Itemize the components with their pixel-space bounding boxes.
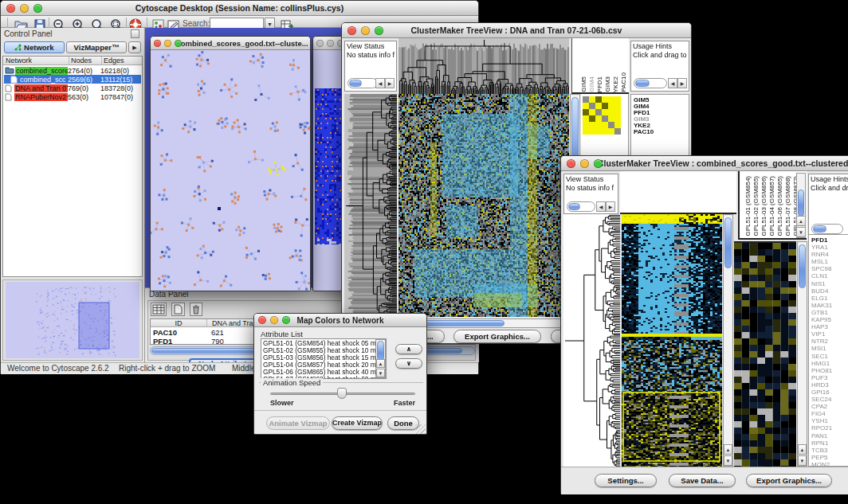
tab-overflow-arrow[interactable]: ▶ [128, 41, 141, 53]
search-input[interactable] [210, 18, 264, 29]
scroll-up-icon[interactable]: ▲ [376, 359, 385, 368]
attribute-list-item[interactable]: GPL51-03 (GSM856) heat shock 15 min [263, 354, 384, 361]
tv2-gene-item[interactable]: CLN1 [811, 272, 848, 279]
tv2-save-data-button[interactable]: Save Data... [669, 474, 736, 487]
tv2-gene-list[interactable]: PFD1YRA1RNR4MSL1SPC98CLN1NIS1BUD4ELG1MAK… [808, 234, 848, 467]
tv2-gene-item[interactable]: PHO81 [811, 367, 848, 374]
tv1-status-scrollbar[interactable] [347, 78, 378, 88]
done-button[interactable]: Done [387, 416, 419, 430]
col-header-edges[interactable]: Edges [101, 57, 142, 65]
scroll-right-icon[interactable]: ▶ [677, 78, 687, 88]
network-row-combined-sco[interactable]: combined_sco 2569(6) 13112(15) [4, 75, 141, 84]
tv2-settings-button[interactable]: Settings... [595, 474, 657, 487]
tv2-gene-item[interactable]: MON2 [811, 461, 848, 467]
close-button[interactable] [6, 4, 15, 13]
tv2-gene-item[interactable]: MAK31 [811, 302, 848, 309]
col-header-network[interactable]: Network [3, 57, 69, 65]
move-up-button[interactable]: ∧ [395, 344, 422, 354]
scroll-right-icon[interactable]: ▶ [606, 201, 615, 212]
main-titlebar[interactable]: Cytoscape Desktop (Session Name: collins… [1, 1, 478, 16]
trash-icon[interactable] [190, 303, 202, 316]
tv2-gene-item[interactable]: GPI16 [811, 389, 848, 396]
tv1-gene-item[interactable]: GIM3 [634, 116, 689, 123]
tv2-gene-item[interactable]: HRD3 [811, 381, 848, 389]
attribute-list-scrollbar[interactable]: ▲ ▼ [375, 339, 386, 378]
data-col-id[interactable]: ID [151, 319, 206, 327]
tv2-heatmap-canvas[interactable] [622, 214, 722, 467]
tv2-gene-item[interactable]: SEC24 [811, 396, 848, 403]
tv2-gene-item[interactable]: RPO21 [811, 424, 848, 432]
tv2-column-tree-area[interactable] [620, 171, 736, 214]
attribute-list-item[interactable]: GPL51-06 (GSM865) heat shock 40 min [263, 369, 384, 376]
attribute-list-item[interactable]: GPL51-02 (GSM855) heat shock 10 min [263, 347, 384, 354]
col-header-nodes[interactable]: Nodes [69, 57, 101, 65]
tv2-gene-item[interactable]: SEC1 [811, 353, 848, 360]
tv2-gene-item[interactable]: FIG4 [811, 410, 848, 417]
treeview2-titlebar[interactable]: ClusterMaker TreeView : combined_scores_… [561, 156, 848, 171]
minimize-button[interactable] [270, 316, 278, 324]
tv1-heatmap-canvas[interactable] [398, 94, 569, 317]
tv2-submatrix-canvas[interactable] [734, 241, 796, 468]
tv2-gene-item[interactable]: YRA1 [811, 244, 848, 251]
tv2-gene-item[interactable]: PFD1 [811, 236, 848, 244]
network-view-canvas[interactable] [151, 50, 310, 291]
tv2-gene-item[interactable]: MSI1 [811, 345, 848, 352]
tv1-gene-item[interactable]: PFD1 [634, 110, 689, 116]
tv2-hints-scrollbar[interactable] [811, 224, 843, 234]
scroll-left-icon[interactable]: ◀ [375, 78, 385, 88]
zoom-button[interactable] [33, 4, 42, 13]
treeview1-titlebar[interactable]: ClusterMaker TreeView : DNA and Tran 07-… [342, 23, 691, 38]
tv2-gene-item[interactable]: MSL1 [811, 258, 848, 265]
dialog-titlebar[interactable]: Map Colors to Network [254, 314, 426, 327]
close-button[interactable] [154, 40, 161, 47]
tv2-labels-scrollbar[interactable]: ▲ ▼ [796, 173, 806, 238]
close-button[interactable] [567, 159, 575, 168]
scroll-down-icon[interactable]: ▼ [724, 455, 732, 466]
attribute-list[interactable]: GPL51-01 (GSM854) heat shock 05 minGPL51… [261, 338, 387, 379]
resize-grip[interactable] [416, 424, 426, 434]
tv2-gene-item[interactable]: NTR2 [811, 338, 848, 345]
table-grid-icon[interactable] [151, 303, 167, 316]
minimize-button[interactable] [327, 40, 334, 47]
tv2-row-dendrogram-canvas[interactable] [563, 214, 620, 467]
tv2-gene-item[interactable]: VIP1 [811, 330, 848, 338]
tv2-gene-item[interactable]: PAN1 [811, 432, 848, 440]
network1-titlebar[interactable]: combined_scores_good.txt--cluste... [151, 37, 310, 50]
tv2-gene-item[interactable]: PUF3 [811, 374, 848, 381]
create-vizmap-button[interactable]: Create Vizmap [332, 416, 383, 430]
scroll-down-icon[interactable]: ▼ [796, 227, 806, 237]
tv2-gene-item[interactable]: BUD4 [811, 287, 848, 295]
tv2-gene-item[interactable]: PEP5 [811, 454, 848, 461]
move-down-button[interactable]: ∨ [395, 358, 422, 369]
tv1-gene-item[interactable]: GIM4 [634, 104, 689, 110]
tv2-gene-item[interactable]: RNR4 [811, 251, 848, 258]
tv2-gene-item[interactable]: HAP3 [811, 323, 848, 330]
tv2-gene-item[interactable]: TCB3 [811, 447, 848, 454]
tv1-submatrix-canvas[interactable] [583, 96, 621, 135]
tv1-gene-item[interactable]: PAC10 [634, 129, 689, 135]
animate-vizmap-button[interactable]: Animate Vizmap [266, 416, 330, 430]
tab-vizmapper[interactable]: VizMapper™ [66, 41, 127, 53]
tv2-gene-item[interactable]: KAP95 [811, 316, 848, 323]
tv2-vscrollbar[interactable]: ▲ ▼ [723, 214, 733, 467]
zoom-button[interactable] [282, 316, 290, 324]
scroll-down-icon[interactable]: ▼ [376, 369, 385, 377]
tv1-column-dendrogram-canvas[interactable] [398, 38, 569, 96]
tv2-export-graphics-button[interactable]: Export Graphics... [746, 474, 832, 487]
tv2-gene-item[interactable]: SPC98 [811, 265, 848, 272]
tv2-gene-item[interactable]: RPN1 [811, 440, 848, 447]
tv2-vscrollbar-2[interactable]: ▲ ▼ [797, 241, 807, 467]
scroll-down-icon[interactable]: ▼ [798, 455, 807, 466]
birdseye-view-canvas[interactable] [6, 282, 139, 358]
zoom-button[interactable] [175, 40, 182, 47]
tv2-gene-item[interactable]: ELG1 [811, 295, 848, 302]
attribute-list-item[interactable]: GPL51-01 (GSM854) heat shock 05 min [263, 340, 384, 347]
tv1-gene-item[interactable]: GIM5 [634, 97, 689, 104]
tv2-gene-item[interactable]: HMG1 [811, 360, 848, 367]
tv1-hints-scrollbar[interactable] [634, 78, 667, 88]
attribute-list-item[interactable]: GPL51-04 (GSM857) heat shock 20 min [263, 361, 384, 369]
tv2-gene-item[interactable]: NIS1 [811, 280, 848, 287]
close-button[interactable] [316, 40, 324, 47]
scroll-up-icon[interactable]: ▲ [798, 444, 807, 455]
close-button[interactable] [347, 26, 356, 35]
